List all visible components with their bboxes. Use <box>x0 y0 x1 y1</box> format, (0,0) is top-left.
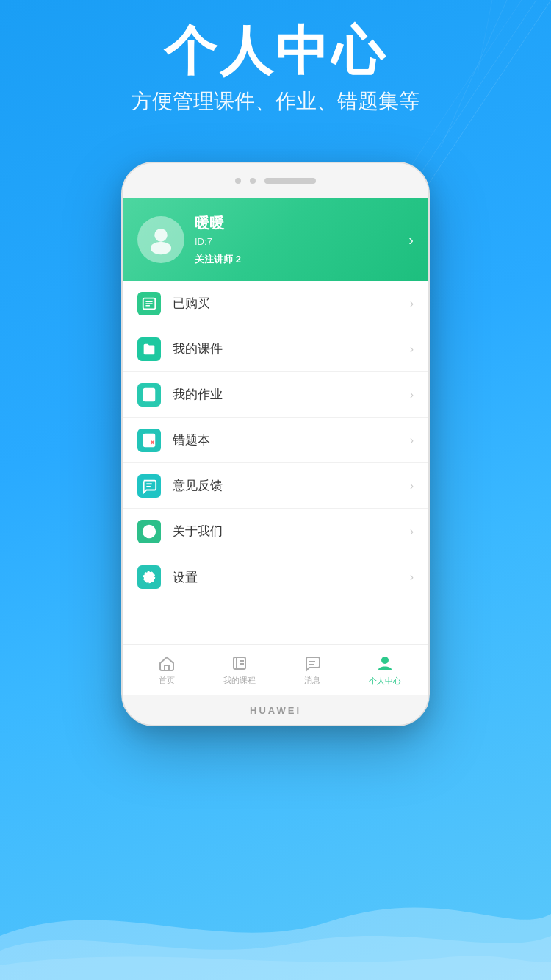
tab-home[interactable]: 首页 <box>130 654 203 686</box>
messages-icon <box>303 654 321 672</box>
profile-follow: 关注讲师 2 <box>195 253 401 266</box>
feedback-icon <box>137 474 161 498</box>
menu-label-error-book: 错题本 <box>173 432 410 448</box>
phone-body: 暖暖 ID:7 关注讲师 2 › <box>121 162 430 726</box>
phone-bottom-bar: HUAWEI <box>123 695 428 725</box>
menu-label-courseware: 我的课件 <box>173 340 410 357</box>
menu-label-feedback: 意见反馈 <box>173 477 410 494</box>
menu-item-error-book[interactable]: 错题本 › <box>123 418 428 463</box>
menu-arrow-homework: › <box>410 388 414 401</box>
phone-dot-1 <box>235 178 241 184</box>
profile-name: 暖暖 <box>195 213 401 233</box>
menu-arrow-about: › <box>410 525 414 538</box>
menu-item-courseware[interactable]: 我的课件 › <box>123 326 428 372</box>
profile-info: 暖暖 ID:7 关注讲师 2 <box>195 213 401 266</box>
menu-item-purchased[interactable]: 已购买 › <box>123 281 428 326</box>
menu-label-homework: 我的作业 <box>173 386 410 403</box>
menu-arrow-settings: › <box>410 571 414 584</box>
wave-decoration <box>0 848 551 980</box>
profile-header[interactable]: 暖暖 ID:7 关注讲师 2 › <box>123 198 428 281</box>
profile-arrow-icon: › <box>408 232 414 248</box>
avatar <box>137 216 184 263</box>
page-title: 个人中心 <box>0 22 551 80</box>
tab-label-profile: 个人中心 <box>369 676 401 687</box>
menu-arrow-courseware: › <box>410 343 414 356</box>
menu-label-purchased: 已购买 <box>173 295 410 312</box>
svg-point-5 <box>154 229 168 242</box>
courseware-icon <box>137 337 161 361</box>
tab-courses[interactable]: 我的课程 <box>203 654 276 686</box>
tab-profile[interactable]: 个人中心 <box>348 654 421 687</box>
svg-point-27 <box>144 572 155 583</box>
menu-item-about[interactable]: 关于我们 › <box>123 509 428 554</box>
home-icon <box>158 654 176 672</box>
header-area: 个人中心 方便管理课件、作业、错题集等 <box>0 22 551 115</box>
settings-icon <box>137 565 161 589</box>
menu-arrow-purchased: › <box>410 297 414 310</box>
menu-list: 已购买 › 我的课件 › <box>123 281 428 600</box>
phone-mockup: 暖暖 ID:7 关注讲师 2 › <box>121 162 430 726</box>
tab-messages[interactable]: 消息 <box>276 654 348 686</box>
about-icon <box>137 520 161 543</box>
menu-label-about: 关于我们 <box>173 523 410 540</box>
tab-label-home: 首页 <box>159 675 175 686</box>
menu-arrow-error-book: › <box>410 434 414 447</box>
tab-label-courses: 我的课程 <box>223 675 256 686</box>
tab-label-messages: 消息 <box>304 675 320 686</box>
phone-top-bar <box>123 163 428 198</box>
menu-item-feedback[interactable]: 意见反馈 › <box>123 463 428 509</box>
homework-icon <box>137 383 161 407</box>
svg-point-6 <box>151 242 171 255</box>
menu-label-settings: 设置 <box>173 569 410 586</box>
purchased-icon <box>137 292 161 315</box>
error-book-icon <box>137 429 161 452</box>
svg-point-24 <box>148 528 150 529</box>
menu-item-settings[interactable]: 设置 › <box>123 554 428 600</box>
tab-bar: 首页 我的课程 <box>123 644 428 695</box>
phone-speaker <box>264 178 316 184</box>
menu-item-homework[interactable]: 我的作业 › <box>123 372 428 418</box>
phone-brand: HUAWEI <box>250 705 301 716</box>
svg-point-35 <box>381 657 389 664</box>
phone-dot-2 <box>250 178 256 184</box>
menu-arrow-feedback: › <box>410 479 414 493</box>
screen-empty-space <box>123 600 428 644</box>
courses-icon <box>231 654 248 672</box>
profile-id: ID:7 <box>195 236 401 247</box>
svg-rect-28 <box>165 665 169 670</box>
profile-tab-icon <box>375 654 395 673</box>
phone-screen: 暖暖 ID:7 关注讲师 2 › <box>123 198 428 695</box>
page-subtitle: 方便管理课件、作业、错题集等 <box>0 87 551 115</box>
